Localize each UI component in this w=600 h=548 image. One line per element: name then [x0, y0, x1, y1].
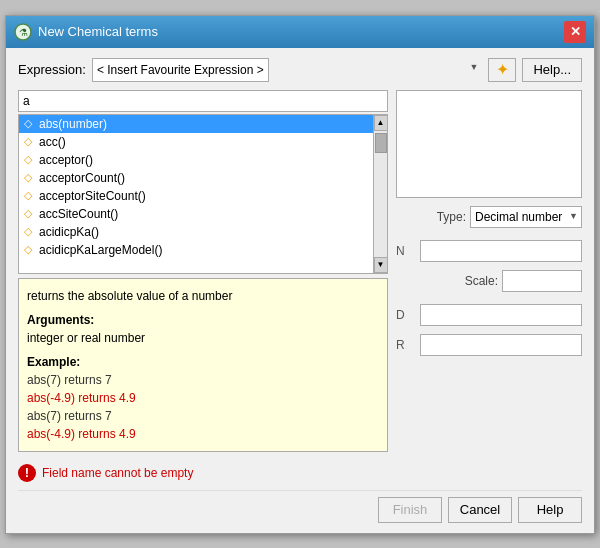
star-button[interactable]: ✦ — [488, 58, 516, 82]
type-select[interactable]: Decimal number Integer String Boolean — [470, 206, 582, 228]
decimals-row: D — [396, 304, 582, 326]
scroll-up-button[interactable]: ▲ — [374, 115, 388, 131]
list-item-label: acidicpKaLargeModel() — [39, 243, 162, 257]
scroll-down-button[interactable]: ▼ — [374, 257, 388, 273]
function-list-container: abs(number) acc() acceptor() accept — [18, 114, 388, 274]
list-item[interactable]: abs(number) — [19, 115, 373, 133]
expression-select-wrap: < Insert Favourite Expression > — [92, 58, 483, 82]
diamond-icon — [23, 245, 33, 255]
example-3: abs(7) returns 7 — [27, 407, 379, 425]
diamond-icon — [23, 119, 33, 129]
name-input[interactable] — [420, 240, 582, 262]
svg-text:⚗: ⚗ — [19, 27, 28, 38]
help-inline-button[interactable]: Help... — [522, 58, 582, 82]
window-body: Expression: < Insert Favourite Expressio… — [6, 48, 594, 533]
list-item[interactable]: acidicpKa() — [19, 223, 373, 241]
list-item-label: acceptor() — [39, 153, 93, 167]
scale-row: Scale: — [396, 270, 582, 292]
arguments-label: Arguments: — [27, 313, 94, 327]
app-icon: ⚗ — [14, 23, 32, 41]
diamond-icon — [23, 209, 33, 219]
scale-label: Scale: — [465, 274, 498, 288]
arguments-value: integer or real number — [27, 329, 379, 347]
main-area: abs(number) acc() acceptor() accept — [18, 90, 582, 452]
description-summary: returns the absolute value of a number — [27, 287, 379, 305]
window-title: New Chemical terms — [38, 24, 158, 39]
list-item-label: acceptorCount() — [39, 171, 125, 185]
diamond-icon — [23, 137, 33, 147]
example-4: abs(-4.9) returns 4.9 — [27, 425, 379, 443]
button-bar: Finish Cancel Help — [18, 490, 582, 525]
list-item-label: acc() — [39, 135, 66, 149]
list-item[interactable]: accSiteCount() — [19, 205, 373, 223]
example-label: Example: — [27, 355, 80, 369]
left-panel: abs(number) acc() acceptor() accept — [18, 90, 388, 452]
finish-button[interactable]: Finish — [378, 497, 442, 523]
name-row: N — [396, 240, 582, 262]
name-label: N — [396, 244, 416, 258]
expression-row: Expression: < Insert Favourite Expressio… — [18, 58, 582, 82]
decimals-input[interactable] — [420, 304, 582, 326]
diamond-icon — [23, 155, 33, 165]
error-row: ! Field name cannot be empty — [18, 460, 582, 486]
list-item[interactable]: acceptorCount() — [19, 169, 373, 187]
scale-input[interactable] — [502, 270, 582, 292]
list-item[interactable]: acceptor() — [19, 151, 373, 169]
expression-select[interactable]: < Insert Favourite Expression > — [92, 58, 269, 82]
description-box: returns the absolute value of a number A… — [18, 278, 388, 452]
list-item-label: accSiteCount() — [39, 207, 118, 221]
cancel-button[interactable]: Cancel — [448, 497, 512, 523]
example-2: abs(-4.9) returns 4.9 — [27, 389, 379, 407]
decimals-label: D — [396, 308, 416, 322]
list-item[interactable]: acidicpKaLargeModel() — [19, 241, 373, 259]
example-1: abs(7) returns 7 — [27, 371, 379, 389]
search-input[interactable] — [18, 90, 388, 112]
list-item-label: acceptorSiteCount() — [39, 189, 146, 203]
star-icon: ✦ — [496, 60, 509, 79]
dialog-window: ⚗ New Chemical terms ✕ Expression: < Ins… — [5, 15, 595, 534]
type-row: Type: Decimal number Integer String Bool… — [396, 206, 582, 228]
type-label: Type: — [437, 210, 466, 224]
diamond-icon — [23, 227, 33, 237]
diamond-icon — [23, 173, 33, 183]
expression-text-area[interactable] — [396, 90, 582, 198]
expression-label: Expression: — [18, 62, 86, 77]
range-input[interactable] — [420, 334, 582, 356]
title-bar-left: ⚗ New Chemical terms — [14, 23, 158, 41]
right-panel: Type: Decimal number Integer String Bool… — [396, 90, 582, 452]
list-item[interactable]: acc() — [19, 133, 373, 151]
list-item-label: acidicpKa() — [39, 225, 99, 239]
type-select-wrap: Decimal number Integer String Boolean — [470, 206, 582, 228]
list-item[interactable]: acceptorSiteCount() — [19, 187, 373, 205]
diamond-icon — [23, 191, 33, 201]
range-row: R — [396, 334, 582, 356]
dialog-help-button[interactable]: Help — [518, 497, 582, 523]
list-scrollbar[interactable]: ▲ ▼ — [373, 115, 387, 273]
list-item-label: abs(number) — [39, 117, 107, 131]
title-bar: ⚗ New Chemical terms ✕ — [6, 16, 594, 48]
range-label: R — [396, 338, 416, 352]
error-message: Field name cannot be empty — [42, 466, 193, 480]
close-button[interactable]: ✕ — [564, 21, 586, 43]
error-icon: ! — [18, 464, 36, 482]
scroll-thumb[interactable] — [375, 133, 387, 153]
